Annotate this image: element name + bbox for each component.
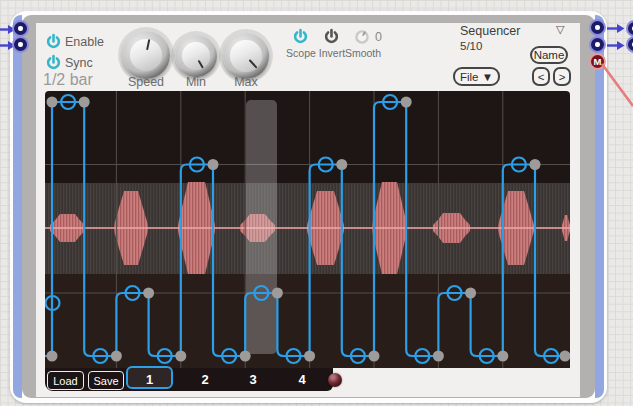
scope-power-icon[interactable] — [292, 28, 309, 45]
save-button[interactable]: Save — [88, 371, 124, 390]
name-button[interactable]: Name — [530, 46, 568, 64]
input-port-2[interactable] — [12, 36, 29, 53]
mute-cable — [598, 58, 633, 108]
sequencer-curve-editor[interactable] — [45, 91, 570, 368]
smooth-label: Smooth — [338, 47, 388, 59]
preset-counter: 5/10 — [460, 40, 482, 52]
pattern-tabbar: Load Save 1 2 3 4 — [45, 368, 333, 391]
cable-arrow-right-1 — [607, 23, 625, 34]
status-led — [328, 373, 342, 387]
output-port-1[interactable] — [589, 19, 606, 36]
speed-knob[interactable] — [122, 31, 170, 79]
pattern-tab-3[interactable]: 3 — [233, 371, 273, 389]
sequencer-module: Enable Sync 1/2 bar Speed Min — [10, 11, 607, 403]
max-knob[interactable] — [223, 33, 269, 79]
neighbor-port-1[interactable] — [626, 20, 633, 37]
sync-rate-value[interactable]: 1/2 bar — [43, 71, 93, 89]
output-port-2[interactable] — [589, 36, 606, 53]
max-knob-label: Max — [216, 75, 276, 89]
prev-preset-button[interactable]: < — [532, 67, 550, 86]
module-title: Sequencer — [460, 24, 520, 38]
enable-label: Enable — [65, 35, 104, 49]
smooth-knob[interactable] — [354, 29, 370, 45]
next-preset-button[interactable]: > — [553, 67, 571, 86]
sync-power-icon[interactable] — [45, 54, 62, 71]
module-left-rail[interactable] — [13, 15, 22, 398]
input-port-1[interactable] — [12, 20, 29, 37]
load-button[interactable]: Load — [47, 371, 84, 390]
module-panel: Enable Sync 1/2 bar Speed Min — [36, 23, 580, 397]
pattern-tab-4[interactable]: 4 — [282, 371, 322, 389]
workspace: Enable Sync 1/2 bar Speed Min — [0, 0, 633, 406]
cable-arrow-right-2 — [607, 40, 625, 51]
pattern-tab-1[interactable]: 1 — [126, 366, 173, 389]
neighbor-port-2[interactable] — [626, 36, 633, 53]
enable-power-icon[interactable] — [45, 33, 62, 50]
smooth-value: 0 — [375, 30, 382, 44]
file-button[interactable]: File ▼ — [453, 67, 500, 86]
pattern-tab-2[interactable]: 2 — [185, 371, 225, 389]
invert-power-icon[interactable] — [323, 28, 340, 45]
sequencer-display[interactable] — [45, 91, 570, 368]
min-knob[interactable] — [175, 35, 217, 77]
sync-label: Sync — [65, 56, 93, 70]
collapse-icon[interactable]: ▽ — [556, 23, 564, 36]
